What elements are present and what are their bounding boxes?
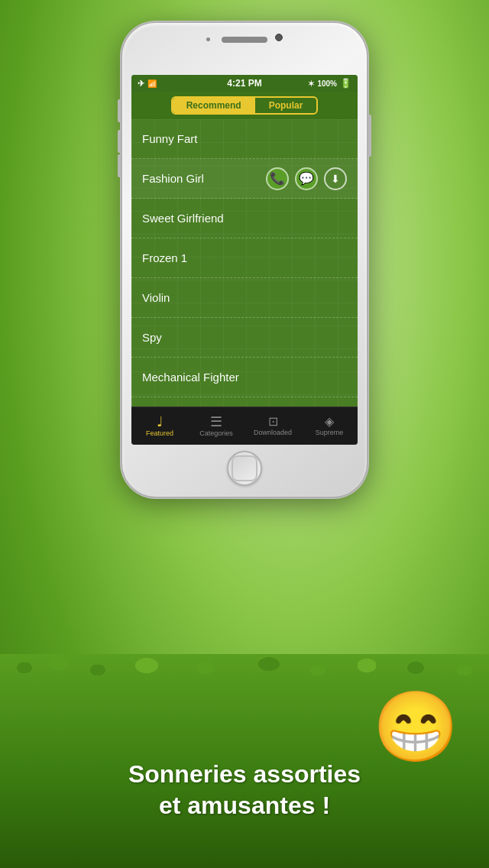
home-button[interactable]: [227, 451, 262, 486]
phone-frame: ✈ 📶 4:21 PM ✶ 100% 🔋 Recommend Popular: [122, 23, 367, 497]
bottom-text: Sonneries assorties et amusantes !: [0, 759, 489, 822]
phone-icon: 📞: [270, 171, 285, 186]
list-item[interactable]: Frozen 1: [131, 238, 358, 278]
item-name-4: Violin: [142, 291, 347, 304]
download-action-button[interactable]: ⬇: [324, 167, 347, 190]
item-name-6: Mechanical Fighter: [142, 371, 347, 384]
home-button-inner: [232, 455, 257, 481]
recommend-tab[interactable]: Recommend: [173, 98, 255, 113]
status-right: ✶ 100% 🔋: [308, 78, 351, 89]
bottom-text-line2: et amusantes !: [0, 790, 489, 822]
tab-featured[interactable]: ♩ Featured: [131, 407, 188, 445]
downloaded-icon: ⊡: [268, 416, 278, 428]
status-time: 4:21 PM: [227, 78, 261, 89]
emoji-face: 😁: [373, 692, 458, 761]
supreme-label: Supreme: [316, 429, 344, 436]
list-item-actions: 📞 💬 ⬇: [266, 167, 347, 190]
segmented-bar: Recommend Popular: [131, 92, 358, 119]
status-left: ✈ 📶: [138, 79, 157, 89]
supreme-icon: ◈: [325, 416, 334, 428]
message-action-button[interactable]: 💬: [295, 167, 318, 190]
screen-content: ✈ 📶 4:21 PM ✶ 100% 🔋 Recommend Popular: [131, 75, 358, 445]
tab-downloaded[interactable]: ⊡ Downloaded: [244, 407, 301, 445]
message-icon: 💬: [299, 171, 314, 186]
status-bar: ✈ 📶 4:21 PM ✶ 100% 🔋: [131, 75, 358, 92]
popular-tab[interactable]: Popular: [255, 98, 317, 113]
wifi-icon: 📶: [147, 79, 157, 88]
list-item-fashion-girl[interactable]: Fashion Girl 📞 💬 ⬇: [131, 159, 358, 199]
battery-text: 100%: [317, 79, 337, 88]
list-item[interactable]: Sweet Girlfriend: [131, 199, 358, 238]
list-item[interactable]: Funny Fart: [131, 119, 358, 159]
list-item[interactable]: Spy: [131, 318, 358, 358]
tab-categories[interactable]: ☰ Categories: [188, 407, 244, 445]
airplane-icon: ✈: [138, 79, 144, 89]
mic-dot: [206, 37, 210, 41]
speaker: [222, 37, 267, 43]
item-name-2: Sweet Girlfriend: [142, 212, 347, 225]
item-name-3: Frozen 1: [142, 251, 347, 264]
categories-label: Categories: [199, 430, 233, 437]
bluetooth-icon: ✶: [308, 79, 314, 88]
download-icon: ⬇: [331, 173, 340, 185]
item-name-0: Funny Fart: [142, 132, 347, 145]
tab-bar: ♩ Featured ☰ Categories ⊡ Downloaded ◈ S…: [131, 406, 358, 445]
list-item[interactable]: Mechanical Fighter: [131, 358, 358, 397]
camera: [275, 34, 283, 41]
categories-icon: ☰: [210, 415, 222, 429]
featured-label: Featured: [146, 430, 173, 437]
item-name-1: Fashion Girl: [142, 172, 266, 185]
tab-supreme[interactable]: ◈ Supreme: [301, 407, 358, 445]
list-container: Funny Fart Fashion Girl 📞 💬 ⬇: [131, 119, 358, 406]
list-item[interactable]: Violin: [131, 278, 358, 318]
phone-action-button[interactable]: 📞: [266, 167, 289, 190]
item-name-5: Spy: [142, 331, 347, 344]
battery-icon: 🔋: [340, 78, 351, 89]
screen: ✈ 📶 4:21 PM ✶ 100% 🔋 Recommend Popular: [131, 75, 358, 445]
featured-icon: ♩: [157, 415, 163, 429]
list-item[interactable]: Cute Baby: [131, 397, 358, 406]
downloaded-label: Downloaded: [254, 429, 292, 436]
segmented-control: Recommend Popular: [171, 96, 319, 115]
